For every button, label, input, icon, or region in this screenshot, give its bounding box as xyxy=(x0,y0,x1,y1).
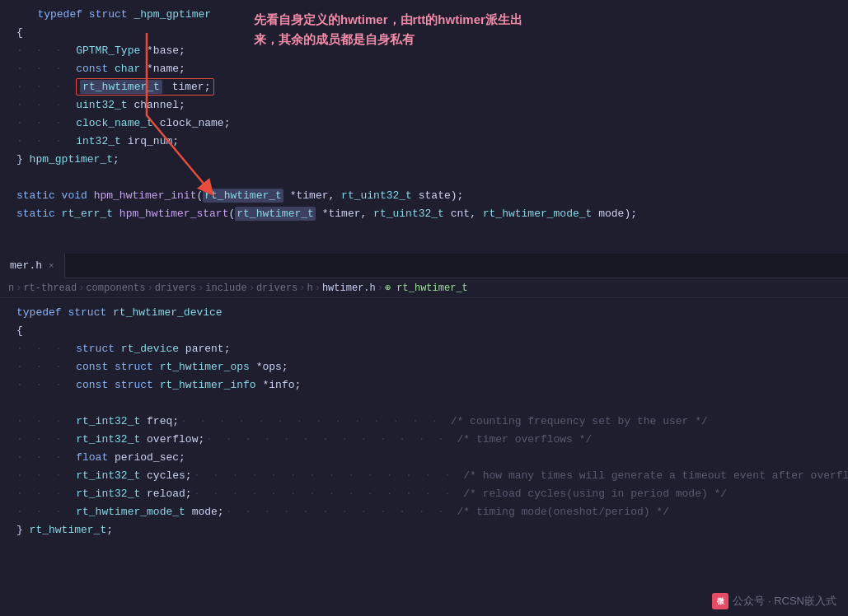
breadcrumb-include: include xyxy=(205,282,246,294)
code-line: · · · rt_int32_t freq; · · · · · · · · ·… xyxy=(0,412,848,430)
sep: › xyxy=(249,282,255,294)
arrow-icon xyxy=(130,33,270,231)
breadcrumb-symbol: ⊕ rt_hwtimer_t xyxy=(385,282,468,294)
code-line: · · · uint32_t channel; xyxy=(0,96,848,114)
sep: › xyxy=(16,282,21,294)
editor-container: 先看自身定义的hwtimer，由rtt的hwtimer派生出 来，其余的成员都是… xyxy=(0,0,848,616)
code-line: · · · const struct rt_hwtimer_ops *ops; xyxy=(0,357,848,376)
sep: › xyxy=(147,282,152,294)
sep: › xyxy=(198,282,204,294)
kw-typedef: typedef xyxy=(37,8,88,21)
tab-item[interactable]: mer.h × xyxy=(0,254,65,278)
sep: › xyxy=(377,282,383,294)
tab-label: mer.h xyxy=(10,259,42,272)
tab-bar: mer.h × xyxy=(0,254,848,278)
code-line: · · · struct rt_device parent; xyxy=(0,339,848,357)
watermark-text: 公众号 · RCSN嵌入式 xyxy=(733,594,836,609)
breadcrumb-item: rt-thread xyxy=(23,282,77,294)
tab-close-icon[interactable]: × xyxy=(49,261,54,271)
code-line: } rt_hwtimer_t; xyxy=(0,520,848,539)
code-line: static void hpm_hwtimer_init(rt_hwtimer_… xyxy=(0,186,848,204)
breadcrumb-item: h xyxy=(307,282,313,294)
code-line: · · · rt_int32_t cycles; · · · · · · · ·… xyxy=(0,466,848,484)
code-line: · · · rt_int32_t reload; · · · · · · · ·… xyxy=(0,484,848,502)
highlighted-code-line: · · · rt_hwtimer_t timer; xyxy=(0,77,848,96)
breadcrumb-item: n xyxy=(8,282,14,294)
watermark: 微 公众号 · RCSN嵌入式 xyxy=(712,593,836,609)
code-line: · · · const struct rt_hwtimer_info *info… xyxy=(0,376,848,394)
code-line: · · · rt_hwtimer_mode_t mode; · · · · · … xyxy=(0,502,848,520)
watermark-icon: 微 xyxy=(712,593,729,609)
code-line: } hpm_gptimer_t; xyxy=(0,150,848,168)
breadcrumb-bar: n › rt-thread › components › drivers › i… xyxy=(0,278,848,298)
code-line: · · · float period_sec; xyxy=(0,448,848,466)
code-line: · · · const char *name; xyxy=(0,59,848,77)
top-editor-panel: 先看自身定义的hwtimer，由rtt的hwtimer派生出 来，其余的成员都是… xyxy=(0,0,848,254)
breadcrumb-item: drivers xyxy=(256,282,298,294)
code-line: · · · int32_t irq_num; xyxy=(0,132,848,150)
code-line: typedef struct rt_hwtimer_device xyxy=(0,303,848,321)
breadcrumb-file: hwtimer.h xyxy=(322,282,376,294)
code-line: · · · clock_name_t clock_name; xyxy=(0,114,848,132)
sep: › xyxy=(78,282,84,294)
sep: › xyxy=(315,282,321,294)
code-line: · · · rt_int32_t overflow; · · · · · · ·… xyxy=(0,430,848,448)
breadcrumb-item: components xyxy=(86,282,145,294)
line-dots xyxy=(16,8,35,21)
sep: › xyxy=(299,282,305,294)
code-line: { xyxy=(0,321,848,339)
bottom-editor-panel: typedef struct rt_hwtimer_device { · · ·… xyxy=(0,298,848,616)
annotation-text: 先看自身定义的hwtimer，由rtt的hwtimer派生出 来，其余的成员都是… xyxy=(254,10,522,49)
code-line: static rt_err_t hpm_hwtimer_start(rt_hwt… xyxy=(0,204,848,222)
breadcrumb-item: drivers xyxy=(155,282,196,294)
